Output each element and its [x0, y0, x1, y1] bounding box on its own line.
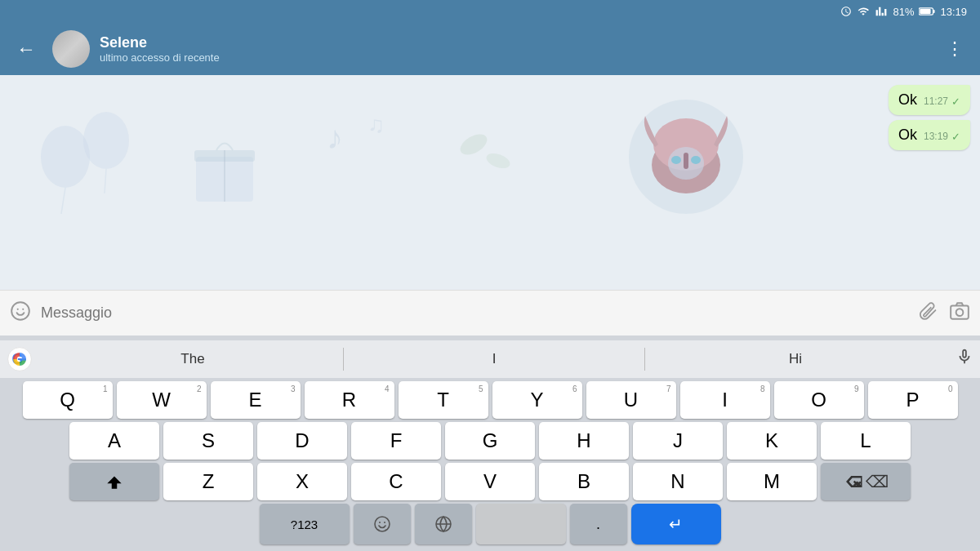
emoji-icon	[10, 300, 31, 322]
enter-icon: ↵	[669, 514, 683, 534]
globe-icon	[434, 514, 453, 534]
svg-point-31	[384, 522, 385, 523]
svg-point-12	[457, 130, 490, 158]
microphone-button[interactable]	[956, 348, 973, 371]
svg-text:♪: ♪	[327, 119, 343, 155]
avatar-image	[52, 30, 90, 68]
key-m[interactable]: M	[727, 463, 817, 500]
emoji-keyboard-button[interactable]	[354, 504, 411, 544]
suggestion-hi[interactable]: Hi	[645, 340, 946, 378]
key-q[interactable]: Q1	[23, 381, 113, 419]
shift-icon	[104, 471, 125, 492]
key-row-1: Q1 W2 E3 R4 T5 Y6 U7 I8 O9 P0	[3, 381, 977, 419]
key-row-2: A S D F G H J K L	[3, 422, 977, 460]
message-bubble-1: Ok 11:27 ✓	[889, 85, 970, 115]
svg-point-25	[956, 309, 964, 316]
key-p[interactable]: P0	[868, 381, 958, 419]
svg-rect-20	[684, 153, 688, 169]
status-bar: 81% 13:19	[0, 0, 980, 23]
key-t[interactable]: T5	[399, 381, 488, 419]
contact-status: ultimo accesso di recente	[100, 51, 929, 64]
enter-key[interactable]: ↵	[631, 504, 721, 544]
key-n[interactable]: N	[633, 463, 723, 500]
message-time-1: 11:27	[924, 96, 948, 107]
message-text-2: Ok	[898, 127, 917, 144]
chat-area: ♪ ♫ Ok 11:27 ✓ Ok	[0, 75, 980, 290]
svg-point-13	[484, 150, 512, 171]
camera-button[interactable]	[949, 300, 970, 327]
svg-text:♫: ♫	[368, 112, 385, 137]
message-time-2: 13:19	[924, 131, 948, 142]
svg-rect-8	[194, 150, 255, 162]
suggestion-the[interactable]: The	[42, 340, 343, 378]
helmet-illustration	[621, 91, 751, 222]
key-g[interactable]: G	[445, 422, 535, 460]
emoji-keyboard-icon	[372, 514, 392, 534]
signal-icon	[875, 6, 888, 17]
key-b[interactable]: B	[539, 463, 629, 500]
key-k[interactable]: K	[727, 422, 817, 460]
suggestion-i[interactable]: I	[344, 340, 644, 378]
space-key[interactable]	[476, 504, 566, 544]
back-button[interactable]: ←	[10, 34, 42, 64]
google-logo: G	[7, 346, 33, 372]
key-l[interactable]: L	[821, 422, 911, 460]
key-v[interactable]: V	[445, 463, 535, 500]
shift-key[interactable]	[69, 463, 159, 500]
battery-text: 81%	[893, 6, 914, 18]
message-input[interactable]	[41, 304, 908, 322]
key-s[interactable]: S	[163, 422, 253, 460]
contact-info[interactable]: Selene ultimo accesso di recente	[100, 34, 929, 64]
chat-header: ← Selene ultimo accesso di recente ⋮	[0, 23, 980, 75]
camera-icon	[949, 300, 970, 322]
svg-point-18	[671, 156, 681, 164]
svg-line-6	[105, 169, 106, 193]
key-o[interactable]: O9	[774, 381, 864, 419]
key-w[interactable]: W2	[117, 381, 207, 419]
header-menu-button[interactable]: ⋮	[939, 35, 970, 63]
svg-rect-1	[933, 10, 935, 13]
key-c[interactable]: C	[351, 463, 441, 500]
svg-rect-7	[196, 157, 253, 202]
input-icons	[918, 300, 970, 327]
message-check-2: ✓	[951, 131, 960, 143]
message-text-1: Ok	[898, 91, 917, 109]
key-h[interactable]: H	[539, 422, 629, 460]
key-j[interactable]: J	[633, 422, 723, 460]
alarm-icon	[840, 6, 852, 17]
key-e[interactable]: E3	[211, 381, 301, 419]
status-icons: 81% 13:19	[840, 6, 967, 18]
key-z[interactable]: Z	[163, 463, 253, 500]
period-key[interactable]: .	[570, 504, 627, 544]
chat-background: ♪ ♫	[0, 75, 980, 238]
key-y[interactable]: Y6	[492, 381, 582, 419]
message-meta-1: 11:27 ✓	[924, 96, 960, 108]
message-meta-2: 13:19 ✓	[924, 131, 960, 143]
key-a[interactable]: A	[69, 422, 159, 460]
input-bar	[0, 290, 980, 335]
globe-key[interactable]	[415, 504, 472, 544]
time-text: 13:19	[940, 6, 967, 18]
message-check-1: ✓	[951, 96, 960, 108]
num-key[interactable]: ?123	[260, 504, 350, 544]
key-f[interactable]: F	[351, 422, 441, 460]
svg-rect-28	[20, 358, 26, 360]
key-i[interactable]: I8	[680, 381, 770, 419]
svg-line-4	[61, 188, 65, 214]
key-u[interactable]: U7	[586, 381, 676, 419]
svg-point-30	[379, 522, 381, 523]
svg-rect-24	[951, 305, 969, 318]
key-x[interactable]: X	[257, 463, 347, 500]
emoji-button[interactable]	[10, 300, 31, 327]
svg-point-29	[375, 517, 390, 531]
key-d[interactable]: D	[257, 422, 347, 460]
backspace-key[interactable]: ⌫	[821, 463, 911, 500]
attachment-button[interactable]	[918, 301, 938, 326]
svg-point-5	[83, 112, 129, 169]
svg-point-21	[11, 302, 29, 320]
key-r[interactable]: R4	[305, 381, 394, 419]
contact-avatar[interactable]	[52, 30, 90, 68]
messages-container: Ok 11:27 ✓ Ok 13:19 ✓	[889, 75, 980, 160]
wifi-icon	[857, 6, 870, 17]
keys-section: Q1 W2 E3 R4 T5 Y6 U7 I8 O9 P0 A S D F G …	[0, 381, 980, 500]
